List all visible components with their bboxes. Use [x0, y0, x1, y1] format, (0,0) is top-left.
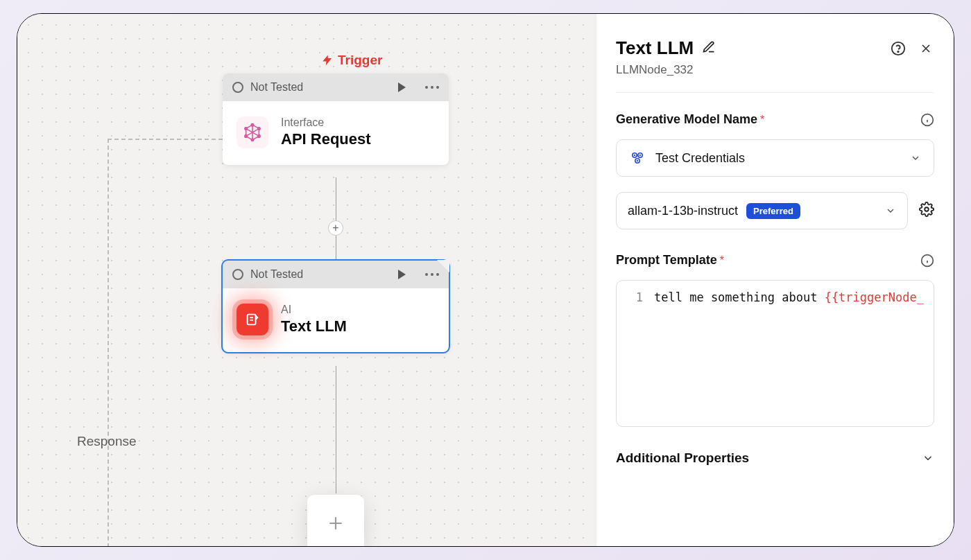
- svg-point-4: [245, 135, 247, 137]
- section-label: Prompt Template: [616, 253, 717, 268]
- add-node-inline-button[interactable]: +: [328, 220, 343, 236]
- model-badge: Preferred: [746, 203, 800, 219]
- status-text: Not Tested: [250, 268, 303, 281]
- add-node-button[interactable]: [307, 495, 364, 546]
- trigger-label: Trigger: [321, 53, 382, 68]
- additional-properties-toggle[interactable]: Additional Properties: [616, 450, 934, 466]
- bolt-icon: [321, 54, 334, 67]
- svg-point-2: [245, 128, 247, 130]
- connector-line: [336, 177, 336, 261]
- graphql-icon: [237, 116, 268, 148]
- help-button[interactable]: [890, 40, 906, 57]
- properties-panel: Text LLM LLMNode_332 Generative Model Na…: [596, 14, 954, 546]
- svg-point-5: [258, 135, 260, 137]
- template-variable: {{triggerNode_: [825, 290, 924, 304]
- workflow-canvas[interactable]: Trigger Response Not Tested Interface: [17, 14, 596, 546]
- edit-title-button[interactable]: [702, 40, 716, 57]
- panel-header: Text LLM: [616, 37, 934, 59]
- pencil-icon: [702, 40, 716, 54]
- model-name: allam-1-13b-instruct: [628, 204, 738, 218]
- info-icon[interactable]: [920, 254, 934, 268]
- response-label: Response: [77, 434, 137, 449]
- run-node-button[interactable]: [398, 270, 406, 279]
- ai-icon: [237, 304, 268, 335]
- run-node-button[interactable]: [398, 82, 406, 92]
- svg-point-0: [251, 123, 253, 125]
- divider: [616, 92, 934, 93]
- svg-point-8: [897, 51, 898, 51]
- app-frame: Trigger Response Not Tested Interface: [17, 13, 954, 547]
- model-row: allam-1-13b-instruct Preferred: [616, 192, 934, 229]
- node-category: AI: [281, 304, 347, 316]
- credentials-label: Test Credentials: [655, 151, 745, 166]
- node-text-llm[interactable]: Not Tested AI Text LLM: [223, 261, 449, 352]
- node-body: Interface API Request: [223, 101, 449, 165]
- chevron-down-icon: [885, 205, 896, 216]
- section-prompt-template: Prompt Template *: [616, 253, 934, 268]
- svg-point-1: [251, 139, 253, 141]
- svg-point-15: [637, 160, 638, 161]
- node-title: Text LLM: [281, 317, 347, 335]
- help-icon: [891, 41, 906, 56]
- close-panel-button[interactable]: [918, 40, 934, 57]
- node-header: Not Tested: [223, 73, 449, 101]
- model-settings-button[interactable]: [919, 202, 934, 220]
- status-indicator-icon: [232, 269, 243, 280]
- credentials-select[interactable]: Test Credentials: [616, 139, 934, 177]
- panel-subtitle: LLMNode_332: [616, 63, 934, 77]
- node-header: Not Tested: [223, 261, 449, 288]
- model-select[interactable]: allam-1-13b-instruct Preferred: [616, 192, 908, 229]
- plus-icon: [327, 514, 345, 532]
- corner-cut-icon: [437, 260, 449, 272]
- node-title: API Request: [281, 130, 371, 148]
- additional-label: Additional Properties: [616, 450, 749, 466]
- section-label: Generative Model Name: [616, 112, 757, 127]
- info-icon[interactable]: [920, 113, 934, 127]
- node-menu-button[interactable]: [425, 273, 439, 276]
- chevron-down-icon: [922, 452, 934, 464]
- code-line: tell me something about {{triggerNode_: [654, 290, 924, 304]
- node-menu-button[interactable]: [425, 86, 439, 89]
- dashed-line: [108, 139, 109, 546]
- chevron-down-icon: [910, 152, 921, 164]
- line-number: 1: [617, 290, 654, 304]
- section-model-name: Generative Model Name *: [616, 112, 934, 127]
- close-icon: [919, 42, 933, 55]
- node-category: Interface: [281, 116, 371, 129]
- required-marker: *: [760, 114, 764, 126]
- prompt-editor[interactable]: 1 tell me something about {{triggerNode_: [616, 280, 934, 427]
- panel-title: Text LLM: [616, 37, 694, 59]
- credentials-icon: [629, 150, 646, 166]
- status-text: Not Tested: [250, 81, 303, 94]
- gear-icon: [919, 202, 934, 217]
- required-marker: *: [720, 254, 724, 267]
- svg-point-13: [634, 155, 635, 156]
- svg-point-14: [639, 155, 641, 156]
- connector-line: [336, 366, 336, 493]
- node-api-request[interactable]: Not Tested Interface API Request: [223, 73, 449, 165]
- trigger-text: Trigger: [338, 53, 382, 68]
- svg-point-16: [925, 207, 929, 211]
- status-indicator-icon: [232, 82, 243, 93]
- svg-point-3: [258, 128, 260, 130]
- dashed-line: [108, 139, 223, 140]
- node-body: AI Text LLM: [223, 288, 449, 352]
